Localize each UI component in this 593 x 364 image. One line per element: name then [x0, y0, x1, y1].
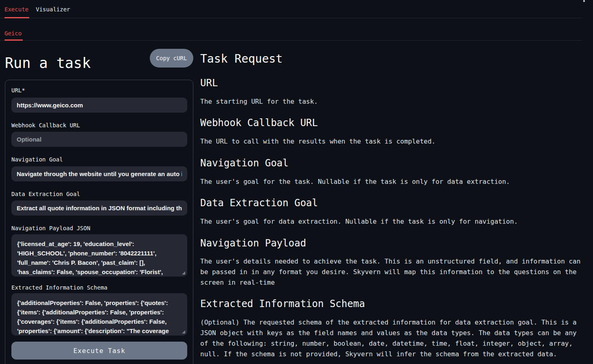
doc-body-url: The starting URL for the task.	[200, 96, 586, 107]
copy-curl-button[interactable]: Copy cURL	[150, 49, 193, 68]
url-label: URL*	[11, 86, 25, 94]
doc-heading-data-extraction-goal: Data Extraction Goal	[200, 197, 318, 209]
resize-handle-icon[interactable]	[182, 330, 185, 333]
app-root: Execute Visualizer Geico Run a task Copy…	[0, 0, 593, 364]
doc-heading-webhook-callback-url: Webhook Callback URL	[200, 117, 318, 129]
doc-heading-navigation-goal: Navigation Goal	[200, 157, 289, 169]
tab-geico[interactable]: Geico	[4, 30, 22, 37]
task-request-title: Task Request	[200, 52, 282, 66]
scrollbar-thumb[interactable]	[583, 0, 585, 2]
data-extraction-goal-input[interactable]	[11, 201, 187, 216]
doc-body-extracted-information-schema: (Optional) The requested schema of the e…	[200, 317, 586, 360]
active-subtab-underline	[4, 39, 23, 41]
doc-body-data-extraction-goal: The user's goal for data extraction. Nul…	[200, 216, 586, 227]
navigation-payload-json-label: Navigation Payload JSON	[11, 224, 90, 232]
doc-heading-navigation-payload: Navigation Payload	[200, 237, 306, 249]
navigation-goal-label: Navigation Goal	[11, 155, 63, 163]
active-tab-underline	[4, 17, 29, 18]
extracted-schema-textarea[interactable]: {'additionalProperties': False, 'propert…	[11, 293, 187, 336]
navigation-payload-textarea[interactable]: {'licensed_at_age': 19, 'education_level…	[11, 234, 187, 277]
data-extraction-goal-label: Data Extraction Goal	[11, 190, 80, 198]
tabbar-divider	[0, 18, 582, 18]
navigation-goal-input[interactable]	[11, 166, 187, 181]
doc-body-webhook-callback-url: The URL to call with the results when th…	[200, 136, 586, 147]
tab-execute[interactable]: Execute	[4, 6, 28, 13]
page-title: Run a task	[5, 54, 91, 72]
resize-handle-icon[interactable]	[182, 271, 185, 275]
doc-body-navigation-goal: The user's goal for the task. Nullable i…	[200, 177, 586, 187]
webhook-callback-url-label: Webhook Callback URL	[11, 121, 80, 129]
execute-task-button[interactable]: Execute Task	[11, 342, 187, 360]
tab-visualizer[interactable]: Visualizer	[36, 6, 70, 13]
doc-body-navigation-payload: The user's details needed to achieve the…	[200, 256, 586, 288]
doc-heading-extracted-information-schema: Extracted Information Schema	[200, 298, 365, 310]
webhook-callback-url-input[interactable]	[11, 132, 187, 147]
extracted-schema-textarea-wrap: {'additionalProperties': False, 'propert…	[11, 293, 187, 336]
url-input[interactable]	[11, 98, 187, 113]
subtabbar-divider	[0, 40, 582, 41]
navigation-payload-textarea-wrap: {'licensed_at_age': 19, 'education_level…	[11, 234, 187, 277]
extracted-information-schema-label: Extracted Information Schema	[11, 283, 107, 292]
doc-heading-url: URL	[200, 77, 218, 89]
